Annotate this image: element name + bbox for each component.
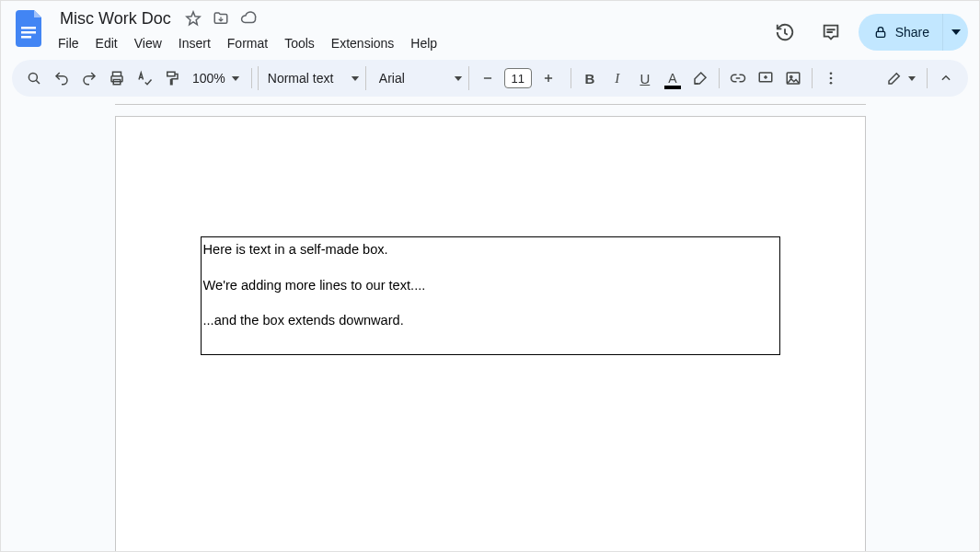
text-line[interactable]: We're adding more lines to our text.... <box>203 277 778 295</box>
pages: Here is text in a self-made box. We're a… <box>115 104 866 551</box>
caret-down-icon <box>908 76 916 81</box>
zoom-value: 100% <box>192 71 225 86</box>
caret-down-icon <box>454 76 463 81</box>
titlebar: Misc Work Doc File Edit View Insert Form… <box>1 1 979 54</box>
separator <box>251 68 252 88</box>
docs-logo[interactable] <box>12 6 49 51</box>
text-line[interactable]: Here is text in a self-made box. <box>203 241 778 259</box>
bold-button[interactable]: B <box>577 65 603 91</box>
spellcheck-button[interactable] <box>132 65 157 91</box>
cloud-status-icon[interactable] <box>239 9 258 28</box>
paragraph-style-value: Normal text <box>268 71 334 86</box>
move-folder-icon[interactable] <box>212 9 230 28</box>
insert-link-button[interactable] <box>725 65 751 91</box>
comments-icon[interactable] <box>813 14 849 51</box>
pencil-icon <box>886 70 903 86</box>
header-right-actions: Share <box>767 6 968 51</box>
text-color-button[interactable]: A <box>660 65 686 91</box>
svg-point-4 <box>29 73 37 81</box>
menu-tools[interactable]: Tools <box>277 32 322 54</box>
svg-rect-2 <box>21 36 31 39</box>
search-icon[interactable] <box>21 65 47 91</box>
share-dropdown[interactable] <box>942 14 968 51</box>
italic-button[interactable]: I <box>605 65 630 91</box>
underline-button[interactable]: U <box>632 65 658 91</box>
caret-down-icon <box>231 76 240 81</box>
title-row: Misc Work Doc <box>56 6 759 30</box>
menubar: File Edit View Insert Format Tools Exten… <box>51 32 759 54</box>
more-toolbar-button[interactable] <box>818 65 844 91</box>
separator <box>719 68 720 88</box>
previous-page-fragment[interactable] <box>115 104 866 105</box>
font-size-control: 11 <box>471 65 565 91</box>
share-label: Share <box>895 25 929 40</box>
add-comment-button[interactable] <box>753 65 778 91</box>
toolbar: 100% Normal text Arial 11 B I U A <box>12 60 968 97</box>
font-family-value: Arial <box>379 71 405 86</box>
caret-down-icon <box>951 28 961 37</box>
share-button-group: Share <box>859 14 968 51</box>
caret-down-icon <box>351 76 360 81</box>
paragraph-style-dropdown[interactable]: Normal text <box>258 66 366 90</box>
share-button[interactable]: Share <box>859 14 942 51</box>
toolbar-container: 100% Normal text Arial 11 B I U A <box>1 54 979 97</box>
paint-format-button[interactable] <box>159 65 185 91</box>
lock-icon <box>873 25 888 40</box>
decrease-font-size[interactable] <box>475 65 501 91</box>
separator <box>571 68 571 88</box>
svg-point-10 <box>829 72 832 75</box>
increase-font-size[interactable] <box>536 65 561 91</box>
zoom-dropdown[interactable]: 100% <box>187 71 246 86</box>
text-line[interactable]: ...and the box extends downward. <box>203 312 778 330</box>
svg-point-9 <box>790 75 791 77</box>
menu-view[interactable]: View <box>127 32 169 54</box>
menu-format[interactable]: Format <box>220 32 275 54</box>
collapse-toolbar-button[interactable] <box>933 65 959 91</box>
text-box[interactable]: Here is text in a self-made box. We're a… <box>201 236 780 355</box>
title-area: Misc Work Doc File Edit View Insert Form… <box>56 6 759 54</box>
svg-point-11 <box>829 77 832 80</box>
document-title[interactable]: Misc Work Doc <box>56 8 175 29</box>
highlight-button[interactable] <box>687 65 713 91</box>
undo-button[interactable] <box>49 65 75 91</box>
separator <box>927 68 928 88</box>
svg-rect-0 <box>21 27 36 29</box>
menu-help[interactable]: Help <box>403 32 444 54</box>
insert-image-button[interactable] <box>780 65 806 91</box>
menu-edit[interactable]: Edit <box>88 32 125 54</box>
print-button[interactable] <box>104 65 130 91</box>
menu-extensions[interactable]: Extensions <box>324 32 401 54</box>
menu-file[interactable]: File <box>51 32 86 54</box>
history-icon[interactable] <box>767 14 803 51</box>
app-root: Misc Work Doc File Edit View Insert Form… <box>0 0 980 552</box>
separator <box>812 68 813 88</box>
svg-rect-3 <box>876 31 884 37</box>
font-family-dropdown[interactable]: Arial <box>368 66 469 90</box>
svg-point-12 <box>829 82 832 85</box>
menu-insert[interactable]: Insert <box>171 32 218 54</box>
page[interactable]: Here is text in a self-made box. We're a… <box>115 116 866 551</box>
star-icon[interactable] <box>184 9 202 28</box>
font-size-input[interactable]: 11 <box>504 68 532 88</box>
document-canvas[interactable]: Here is text in a self-made box. We're a… <box>1 97 979 551</box>
svg-rect-1 <box>21 31 36 34</box>
editing-mode-dropdown[interactable] <box>881 65 921 91</box>
redo-button[interactable] <box>76 65 102 91</box>
